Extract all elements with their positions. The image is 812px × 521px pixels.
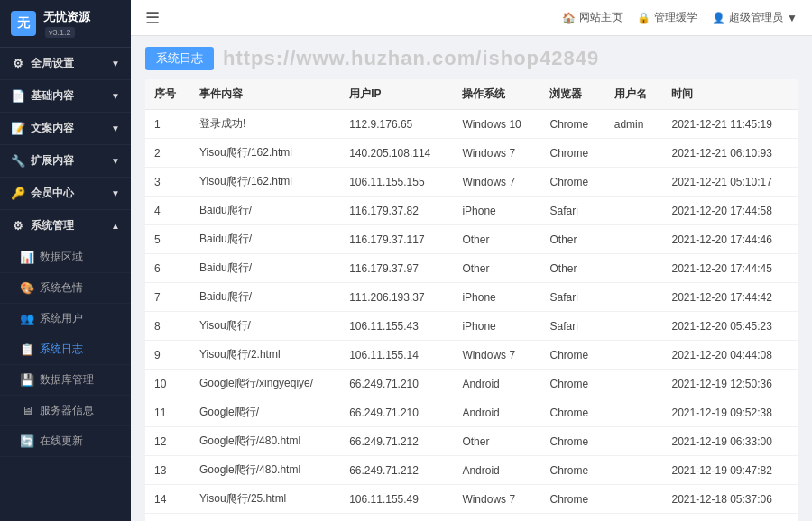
sidebar-sub-shujuquyu[interactable]: 📊 数据区域 <box>0 242 131 273</box>
cell-user <box>605 370 663 398</box>
cell-ip: 140.205.108.114 <box>340 139 453 168</box>
server-icon: 🖥 <box>20 404 34 417</box>
cell-ip: 111.206.193.37 <box>340 283 453 312</box>
table-row: 15 Baidu爬行/ 116.179.37.203 iPhone Safari… <box>145 514 798 522</box>
chevron-down-icon: ▼ <box>111 156 120 166</box>
cell-id: 2 <box>145 139 190 168</box>
cell-id: 11 <box>145 398 190 427</box>
cell-id: 8 <box>145 312 190 341</box>
cell-os: Android <box>453 370 540 398</box>
cell-event: Baidu爬行/ <box>190 225 340 254</box>
chart-icon: 📊 <box>20 251 34 264</box>
cell-user <box>605 427 663 456</box>
cell-browser: Chrome <box>540 341 604 370</box>
sidebar-sub-yonghu[interactable]: 👥 系统用户 <box>0 304 131 334</box>
sidebar-item-wenjian[interactable]: 📝 文案内容 ▼ <box>0 113 131 145</box>
cell-browser: Chrome <box>540 427 604 456</box>
col-time: 时间 <box>662 79 798 110</box>
cell-browser: Chrome <box>540 456 604 485</box>
sidebar-logo: 无 无忧资源 v3.1.2 <box>0 0 131 48</box>
cell-os: Other <box>453 225 540 254</box>
table-row: 12 Google爬行/480.html 66.249.71.212 Other… <box>145 427 798 456</box>
table-row: 6 Baidu爬行/ 116.179.37.97 Other Other 202… <box>145 254 798 283</box>
cell-os: Windows 7 <box>453 485 540 514</box>
cell-time: 2021-12-19 09:52:38 <box>662 398 798 427</box>
col-user: 用户名 <box>605 79 663 110</box>
cell-time: 2021-12-19 12:50:36 <box>662 370 798 398</box>
page-title-row: 系统日志 https://www.huzhan.com/ishop42849 <box>145 47 798 70</box>
topbar: ☰ 🏠 网站主页 🔒 管理缓学 👤 超级管理员 ▼ <box>131 0 812 36</box>
cell-browser: Safari <box>540 283 604 312</box>
cell-browser: Chrome <box>540 168 604 197</box>
cell-event: Baidu爬行/ <box>190 283 340 312</box>
sidebar-item-xitong[interactable]: ⚙ 系统管理 ▲ <box>0 210 131 242</box>
cell-browser: Other <box>540 254 604 283</box>
cell-user: admin <box>605 110 663 139</box>
sidebar-item-huiyuan[interactable]: 🔑 会员中心 ▼ <box>0 178 131 210</box>
cell-browser: Safari <box>540 312 604 341</box>
col-os: 操作系统 <box>453 79 540 110</box>
home-link[interactable]: 🏠 网站主页 <box>562 10 623 25</box>
cell-browser: Safari <box>540 514 604 522</box>
cell-os: Android <box>453 456 540 485</box>
sidebar-sub-rizhi[interactable]: 📋 系统日志 <box>0 334 131 365</box>
log-icon: 📋 <box>20 343 34 356</box>
cell-browser: Chrome <box>540 139 604 168</box>
table-row: 5 Baidu爬行/ 116.179.37.117 Other Other 20… <box>145 225 798 254</box>
cell-os: iPhone <box>453 283 540 312</box>
cell-user <box>605 254 663 283</box>
cell-browser: Chrome <box>540 110 604 139</box>
cell-time: 2021-12-20 05:45:23 <box>662 312 798 341</box>
cell-browser: Other <box>540 225 604 254</box>
cell-ip: 106.11.155.14 <box>340 341 453 370</box>
sidebar-sub-fuwuqi[interactable]: 🖥 服务器信息 <box>0 396 131 426</box>
table-row: 14 Yisou爬行/25.html 106.11.155.49 Windows… <box>145 485 798 514</box>
cell-os: Other <box>453 427 540 456</box>
sidebar-sub-zaixian[interactable]: 🔄 在线更新 <box>0 426 131 457</box>
cell-event: Yisou爬行/162.html <box>190 139 340 168</box>
log-table: 序号 事件内容 用户IP 操作系统 浏览器 用户名 时间 1 登录成功! 112… <box>145 79 798 521</box>
cell-id: 15 <box>145 514 190 522</box>
user-menu[interactable]: 👤 超级管理员 ▼ <box>712 10 798 25</box>
table-body: 1 登录成功! 112.9.176.65 Windows 10 Chrome a… <box>145 110 798 522</box>
cell-browser: Chrome <box>540 485 604 514</box>
manage-link[interactable]: 🔒 管理缓学 <box>637 10 697 25</box>
content-area: 系统日志 https://www.huzhan.com/ishop42849 序… <box>131 36 812 521</box>
log-table-container: 序号 事件内容 用户IP 操作系统 浏览器 用户名 时间 1 登录成功! 112… <box>145 79 798 521</box>
cell-user <box>605 312 663 341</box>
key-icon: 🔑 <box>11 187 25 200</box>
cell-id: 9 <box>145 341 190 370</box>
table-row: 8 Yisou爬行/ 106.11.155.43 iPhone Safari 2… <box>145 312 798 341</box>
main-area: ☰ 🏠 网站主页 🔒 管理缓学 👤 超级管理员 ▼ 系统日志 https://w… <box>131 0 812 521</box>
cell-time: 2021-12-20 17:44:46 <box>662 225 798 254</box>
cell-user <box>605 197 663 225</box>
cell-ip: 66.249.71.210 <box>340 398 453 427</box>
cell-user <box>605 168 663 197</box>
table-row: 7 Baidu爬行/ 111.206.193.37 iPhone Safari … <box>145 283 798 312</box>
sidebar-item-kuozhan[interactable]: 🔧 扩展内容 ▼ <box>0 145 131 178</box>
cell-ip: 116.179.37.97 <box>340 254 453 283</box>
cell-event: 登录成功! <box>190 110 340 139</box>
cell-user <box>605 225 663 254</box>
doc-icon: 📄 <box>11 89 25 103</box>
sidebar-item-jicheneirong[interactable]: 📄 基础内容 ▼ <box>0 80 131 113</box>
cell-user <box>605 283 663 312</box>
cell-ip: 66.249.71.212 <box>340 456 453 485</box>
page-tab[interactable]: 系统日志 <box>145 47 214 70</box>
cell-ip: 106.11.155.43 <box>340 312 453 341</box>
cell-os: Windows 10 <box>453 110 540 139</box>
hamburger-icon[interactable]: ☰ <box>145 8 160 28</box>
cell-id: 6 <box>145 254 190 283</box>
cell-id: 4 <box>145 197 190 225</box>
sidebar-item-quanju[interactable]: ⚙ 全局设置 ▼ <box>0 48 131 80</box>
table-row: 9 Yisou爬行/2.html 106.11.155.14 Windows 7… <box>145 341 798 370</box>
sidebar-sub-seqing[interactable]: 🎨 系统色情 <box>0 273 131 304</box>
chevron-down-icon: ▼ <box>111 123 120 133</box>
users-icon: 👥 <box>20 312 34 325</box>
cell-ip: 66.249.71.210 <box>340 370 453 398</box>
sidebar-menu: ⚙ 全局设置 ▼ 📄 基础内容 ▼ 📝 文案内容 ▼ 🔧 扩展内容 ▼ 🔑 会员… <box>0 48 131 521</box>
lock-icon: 🔒 <box>637 12 651 24</box>
app-name: 无忧资源 <box>43 10 90 23</box>
sidebar-sub-shujuku[interactable]: 💾 数据库管理 <box>0 365 131 396</box>
cell-event: Yisou爬行/25.html <box>190 485 340 514</box>
